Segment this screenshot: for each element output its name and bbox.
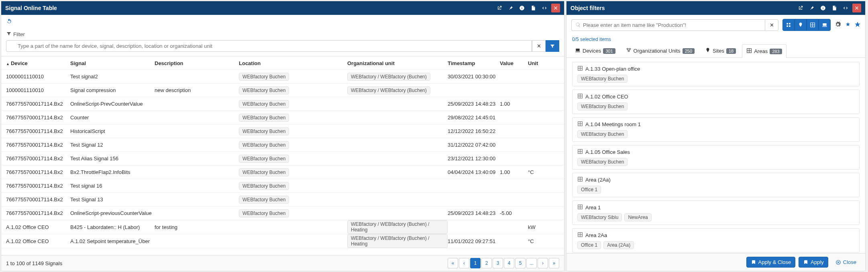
pager-last[interactable]: » (549, 258, 559, 268)
table-cell: WEBfactory Buchen (239, 73, 347, 81)
info-icon[interactable] (819, 4, 827, 12)
table-row[interactable]: A.1.02 Office CEOA.1.02 Setpoint tempera… (1, 234, 564, 248)
tab-sites[interactable]: Sites18 (701, 44, 740, 57)
pager-page[interactable]: ... (526, 258, 537, 268)
area-icon (577, 93, 583, 100)
list-item[interactable]: A.1.33 Open-plan officeWEBfactory Buchen (572, 62, 860, 86)
table-cell: OnlineScript-previousCounterValue (70, 210, 155, 216)
col-value[interactable]: Value (500, 60, 528, 66)
type-devices-button[interactable] (819, 19, 831, 31)
table-row[interactable]: 7667755700017114.Bx2Bx2.ThrottleFlap2.In… (1, 166, 564, 179)
type-sites-button[interactable] (795, 19, 807, 31)
info-icon[interactable] (518, 4, 526, 12)
type-areas-button[interactable] (807, 19, 819, 31)
list-item[interactable]: A.1.04 Meetings room 1WEBfactory Buchen (572, 117, 860, 142)
tab-label: Sites (713, 48, 724, 54)
table-row[interactable]: 7667755700017114.Bx2HistoricalScriptWEBf… (1, 125, 564, 138)
table-cell: OnlineScript-PrevCounterValue (70, 101, 155, 107)
location-chip: WEBfactory Buchen (239, 114, 289, 122)
pager-first[interactable]: « (448, 258, 458, 268)
settings-button[interactable] (835, 21, 841, 29)
pager-page[interactable]: 1 (470, 258, 481, 268)
table-row[interactable]: 7667755700017114.Bx2CounterWEBfactory Bu… (1, 111, 564, 125)
export-pdf-icon[interactable] (529, 4, 538, 12)
save-favorite-button[interactable] (845, 22, 851, 29)
location-chip: WEBfactory Buchen (239, 209, 289, 217)
table-cell: 7667755700017114.Bx2 (6, 210, 70, 216)
item-chip: Office 1 (577, 241, 601, 249)
tab-organizational-units[interactable]: Organizational Units250 (621, 44, 699, 57)
table-row[interactable]: 1000001110010Signal compressionnew descr… (1, 84, 564, 97)
table-cell: 1000001110010 (6, 74, 70, 80)
col-device[interactable]: Device (6, 60, 70, 66)
apply-button[interactable]: Apply (799, 257, 828, 268)
table-cell: 7667755700017114.Bx2 (6, 183, 70, 189)
pager-page[interactable]: 5 (515, 258, 526, 268)
col-org-unit[interactable]: Organizational unit (347, 60, 448, 66)
table-body[interactable]: 1000001110010Test signal2WEBfactory Buch… (1, 70, 564, 255)
table-cell: 7667755700017114.Bx2 (6, 169, 70, 175)
list-item[interactable]: Area 1WEBfactory SibiuNewArea (572, 200, 860, 225)
obj-search-input[interactable] (571, 19, 765, 31)
filter-input[interactable] (6, 40, 532, 52)
table-cell: 7667755700017114.Bx2 (6, 142, 70, 148)
table-cell: new description (155, 87, 239, 93)
pager-page[interactable]: 2 (481, 258, 492, 268)
item-chip: WEBfactory Sibiu (577, 213, 622, 221)
popout-icon[interactable] (796, 4, 805, 12)
selected-info[interactable]: 0/5 selected items (566, 35, 865, 44)
tab-count: 250 (683, 48, 695, 54)
obj-list[interactable]: A.1.33 Open-plan officeWEBfactory Buchen… (566, 58, 865, 253)
apply-filter-button[interactable] (546, 40, 559, 52)
table-row[interactable]: 7667755700017114.Bx2OnlineScript-PrevCou… (1, 97, 564, 111)
table-row[interactable]: 7667755700017114.Bx2Test signal 16WEBfac… (1, 179, 564, 193)
list-item[interactable]: A.1.02 Office CEOWEBfactory Buchen (572, 90, 860, 114)
col-location[interactable]: Location (239, 60, 347, 66)
filter-label: Filter (13, 31, 25, 37)
tab-areas[interactable]: Areas283 (742, 44, 786, 58)
code-icon[interactable] (540, 4, 549, 12)
table-row[interactable]: 7667755700017114.Bx2Test Alias Signal 15… (1, 152, 564, 166)
table-cell: 04/04/2024 13:40:09 (448, 169, 500, 175)
pin-icon[interactable] (807, 4, 816, 12)
close-icon[interactable] (852, 4, 861, 12)
pager-page[interactable]: 4 (504, 258, 514, 268)
table-row[interactable]: 1000001110010Test signal2WEBfactory Buch… (1, 70, 564, 84)
clear-search-button[interactable]: ✕ (765, 19, 778, 31)
filter-icon (6, 31, 12, 38)
table-cell: WEBfactory Buchen (239, 86, 347, 94)
list-item[interactable]: Area (2Aa)Office 1 (572, 173, 860, 197)
popout-icon[interactable] (495, 4, 504, 12)
clear-filter-button[interactable]: ✕ (532, 40, 546, 52)
right-panel-title: Object filters (571, 5, 605, 11)
close-button[interactable]: Close (831, 257, 860, 267)
pager-prev[interactable]: ‹ (459, 258, 469, 268)
col-signal[interactable]: Signal (70, 60, 155, 66)
close-icon[interactable] (551, 4, 560, 12)
col-timestamp[interactable]: Timestamp (448, 60, 500, 66)
pin-icon[interactable] (506, 4, 515, 12)
location-chip: WEBfactory Buchen (239, 73, 289, 81)
tab-devices[interactable]: Devices301 (571, 44, 620, 57)
refresh-button[interactable] (6, 18, 12, 26)
table-row[interactable]: 7667755700017114.Bx2Test Signal 12WEBfac… (1, 138, 564, 152)
object-filters-panel: Object filters ✕ 0/5 selected items (566, 1, 866, 271)
export-pdf-icon[interactable] (830, 4, 839, 12)
apply-close-button[interactable]: Apply & Close (746, 257, 796, 268)
table-row[interactable]: A.1.02 Office CEOB425 - Labordaten:: H (… (1, 220, 564, 234)
col-description[interactable]: Description (155, 60, 239, 66)
list-item[interactable]: A.1.05 Office SalesWEBfactory Buchen (572, 145, 860, 170)
table-cell: Test Signal 12 (70, 142, 155, 148)
table-cell: -5.00 (500, 210, 528, 216)
table-row[interactable]: 7667755700017114.Bx2OnlineScript-previou… (1, 207, 564, 220)
list-item[interactable]: Area 2AaOffice 1Area (2Aa) (572, 228, 860, 253)
item-title: Area (2Aa) (585, 177, 611, 183)
code-icon[interactable] (841, 4, 850, 12)
col-unit[interactable]: Unit (528, 60, 552, 66)
org-unit-chip: WEBfactory / WEBfactory (Buchen) (347, 86, 430, 94)
pager-next[interactable]: › (538, 258, 548, 268)
pager-page[interactable]: 3 (493, 258, 503, 268)
table-row[interactable]: 7667755700017114.Bx2Test Signal 13WEBfac… (1, 193, 564, 207)
favorite-button[interactable] (855, 22, 860, 29)
type-org-button[interactable] (782, 19, 795, 31)
